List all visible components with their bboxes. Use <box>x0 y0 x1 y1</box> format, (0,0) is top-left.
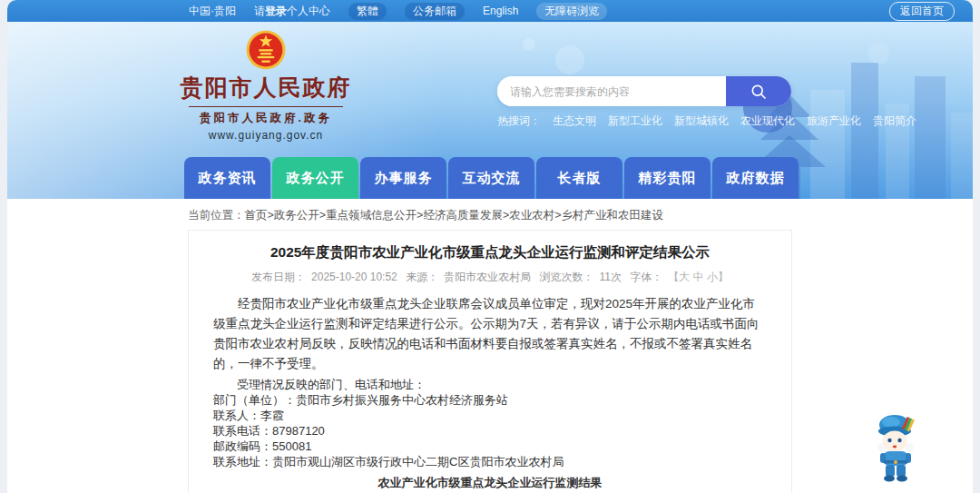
nav-tab-jingcai-guiyang[interactable]: 精彩贵阳 <box>624 157 710 199</box>
topbar: 中国·贵阳 请登录个人中心 繁體 公务邮箱 English 无障碍浏览 返回首页 <box>7 0 973 22</box>
topbar-link-english[interactable]: English <box>483 5 518 17</box>
login-bold: 登录 <box>265 5 287 17</box>
site-brand: 贵阳市人民政府 贵阳市人民政府.政务 www.guiyang.gov.cn <box>171 29 361 142</box>
search-button[interactable] <box>726 76 791 106</box>
search-area: 热搜词： 生态文明 新型工业化 新型城镇化 农业现代化 旅游产业化 贵阳简介 <box>497 76 791 129</box>
search-box <box>497 76 791 106</box>
site-name: 贵阳市人民政府 <box>171 73 361 103</box>
source-value: 贵阳市农业农村局 <box>444 271 531 283</box>
article-meta: 发布日期：2025-10-20 10:52 来源：贵阳市农业农村局 浏览次数：1… <box>213 270 767 285</box>
breadcrumb-label: 当前位置： <box>188 209 245 222</box>
breadcrumb: 当前位置：首页>政务公开>重点领域信息公开>经济高质量发展>农业农村>乡村产业和… <box>7 199 973 230</box>
topbar-link-accessibility[interactable]: 无障碍浏览 <box>536 3 607 20</box>
nav-tab-hudong-jiaoliu[interactable]: 互动交流 <box>448 157 534 199</box>
national-emblem-icon <box>245 29 287 71</box>
article-card: 2025年度贵阳市农业产业化市级重点龙头企业运行监测和评定结果公示 发布日期：2… <box>188 230 792 493</box>
main-nav: 政务资讯 政务公开 办事服务 互动交流 长者版 精彩贵阳 政府数据 <box>7 151 973 199</box>
nav-tab-banshi-fuwu[interactable]: 办事服务 <box>360 157 446 199</box>
views-value: 11次 <box>599 271 621 283</box>
nav-tab-zhengwu-gongkai[interactable]: 政务公开 <box>272 157 358 199</box>
article-body: 经贵阳市农业产业化市级重点龙头企业联席会议成员单位审定，现对2025年开展的农业… <box>213 294 767 493</box>
nav-tab-zhengfu-shuju[interactable]: 政府数据 <box>712 157 799 199</box>
nav-tab-zhengwu-zixun[interactable]: 政务资讯 <box>184 157 270 199</box>
contact-department: 部门（单位）：贵阳市乡村振兴服务中心农村经济服务站 <box>213 392 767 408</box>
hot-word-link[interactable]: 生态文明 <box>553 113 596 129</box>
hot-word-link[interactable]: 新型工业化 <box>608 113 662 129</box>
site-header: 贵阳市人民政府 贵阳市人民政府.政务 www.guiyang.gov.cn 热搜… <box>7 22 973 199</box>
topbar-link-login[interactable]: 请登录个人中心 <box>254 4 330 19</box>
hot-word-link[interactable]: 新型城镇化 <box>674 113 729 129</box>
page: 中国·贵阳 请登录个人中心 繁體 公务邮箱 English 无障碍浏览 返回首页 <box>7 0 973 493</box>
publish-date-label: 发布日期： <box>251 271 306 283</box>
contact-address: 联系地址：贵阳市观山湖区市级行政中心二期C区贵阳市农业农村局 <box>213 454 767 469</box>
font-size-label: 字体： <box>630 271 662 283</box>
hot-search-words: 热搜词： 生态文明 新型工业化 新型城镇化 农业现代化 旅游产业化 贵阳简介 <box>497 113 791 129</box>
search-input[interactable] <box>497 76 726 106</box>
topbar-link-official-mail[interactable]: 公务邮箱 <box>405 3 465 20</box>
contact-postcode: 邮政编码：550081 <box>213 439 767 454</box>
content-area: 当前位置：首页>政务公开>重点领域信息公开>经济高质量发展>农业农村>乡村产业和… <box>7 199 973 493</box>
contact-phone: 联系电话：87987120 <box>213 423 767 439</box>
site-subtitle: 贵阳市人民政府.政务 <box>171 111 361 126</box>
font-size-controls[interactable]: 【大 中 小】 <box>668 271 729 283</box>
nav-tab-zhangzheban[interactable]: 长者版 <box>536 157 622 199</box>
topbar-link-china-guiyang[interactable]: 中国·贵阳 <box>189 4 236 19</box>
mascot-assistant-icon[interactable] <box>867 410 924 483</box>
table-caption: 农业产业化市级重点龙头企业运行监测结果 <box>213 475 767 491</box>
announcement-paragraph: 经贵阳市农业产业化市级重点龙头企业联席会议成员单位审定，现对2025年开展的农业… <box>213 294 767 374</box>
back-to-home-button[interactable]: 返回首页 <box>889 2 955 21</box>
site-url: www.guiyang.gov.cn <box>171 129 361 142</box>
hot-words-label: 热搜词： <box>497 113 541 129</box>
breadcrumb-path[interactable]: 首页>政务公开>重点领域信息公开>经济高质量发展>农业农村>乡村产业和农田建设 <box>245 209 664 222</box>
login-suffix: 个人中心 <box>287 5 330 17</box>
publish-date-value: 2025-10-20 10:52 <box>311 271 397 283</box>
search-icon <box>750 83 768 101</box>
contact-section-heading: 受理情况反映的部门、电话和地址： <box>213 377 767 392</box>
topbar-link-traditional-chinese[interactable]: 繁體 <box>348 3 387 20</box>
hot-word-link[interactable]: 贵阳简介 <box>873 113 916 129</box>
views-label: 浏览次数： <box>539 271 593 283</box>
brand-divider <box>189 106 343 107</box>
source-label: 来源： <box>406 271 438 283</box>
hot-word-link[interactable]: 旅游产业化 <box>807 113 861 129</box>
contact-person: 联系人：李霞 <box>213 408 767 423</box>
hot-word-link[interactable]: 农业现代化 <box>740 113 795 129</box>
login-prefix: 请 <box>254 5 265 17</box>
article-title: 2025年度贵阳市农业产业化市级重点龙头企业运行监测和评定结果公示 <box>213 243 767 261</box>
